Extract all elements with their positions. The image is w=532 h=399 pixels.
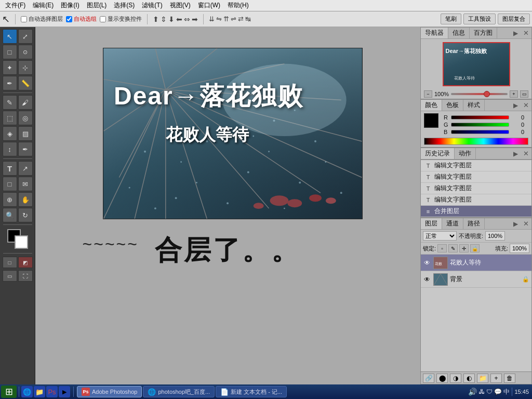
layer-item-2[interactable]: 👁 背景 🔒 [421,271,531,288]
dist4-icon[interactable]: ⇌ [231,15,236,23]
menu-help[interactable]: 帮助(H) [224,0,252,11]
menu-view[interactable]: 视图(V) [167,0,194,11]
quick-select-btn[interactable]: ✦ [3,60,17,75]
dist2-icon[interactable]: ⇋ [216,15,222,23]
layer-adj-btn[interactable]: ◐ [463,374,475,383]
message-icon[interactable]: 💬 [494,388,502,395]
layer-mask-btn[interactable]: ◑ [450,374,461,383]
color-panel-menu[interactable]: ▶ [511,102,521,109]
lasso-btn[interactable]: ⊙ [18,45,33,59]
dist5-icon[interactable]: ⇄ [238,15,244,23]
brush-btn[interactable]: 笔刷 [441,14,461,24]
start-button[interactable]: ⊞ [1,385,17,398]
standard-screen-btn[interactable]: ▭ [3,270,17,282]
history-panel-menu[interactable]: ▶ [511,150,521,157]
brush-tool-btn[interactable]: 🖌 [18,95,33,110]
navigator-tab[interactable]: 导航器 [421,28,448,38]
background-color[interactable] [15,235,28,249]
zoom-out-btn[interactable]: − [424,90,432,98]
hand-btn[interactable]: ✋ [18,192,33,207]
actions-tab[interactable]: 动作 [455,148,476,159]
color-gradient-bar[interactable] [424,138,528,145]
taskbar-ie[interactable]: 🌐 photoshop吧_百度... [143,386,215,397]
opacity-input[interactable] [485,231,505,241]
menu-select[interactable]: 选择(S) [111,0,138,11]
gradient-btn[interactable]: ▨ [18,126,33,141]
color-tab[interactable]: 颜色 [421,100,442,111]
menu-window[interactable]: 窗口(W) [195,0,223,11]
lock-move-btn[interactable]: ✛ [459,244,469,252]
layers-panel-close[interactable]: ✕ [521,220,531,228]
shape-btn[interactable]: □ [3,177,17,191]
auto-select-checkbox[interactable] [21,16,27,22]
move-tool-btn[interactable]: ↖ [3,29,17,44]
info-tab[interactable]: 信息 [448,28,470,38]
history-item-5[interactable]: ≡ 合并图层 [421,206,531,217]
menu-layer[interactable]: 图层(L) [84,0,110,11]
dodge-btn[interactable]: ↕ [3,142,17,156]
align-right-icon[interactable]: ➡ [192,15,198,23]
navigator-panel-menu[interactable]: ▶ [511,30,521,37]
move-tool-icon[interactable]: ↖ [2,14,10,25]
zoom-slider[interactable] [451,93,508,95]
dist3-icon[interactable]: ⇈ [223,15,229,23]
history-tab[interactable]: 历史记录 [421,148,455,159]
crop-btn[interactable]: ⊹ [18,60,33,75]
paths-tab[interactable]: 路径 [463,218,485,229]
navigator-panel-close[interactable]: ✕ [521,29,531,37]
history-panel-close[interactable]: ✕ [521,150,531,157]
red-slider[interactable] [451,115,509,119]
layers-tab[interactable]: 图层 [421,218,442,229]
layers-panel-menu[interactable]: ▶ [511,220,521,228]
show-transform-checkbox[interactable] [100,16,106,22]
folder-quicklaunch-icon[interactable]: 📁 [34,386,45,397]
ruler-btn[interactable]: 📏 [18,76,33,90]
layer-group-btn[interactable]: 📁 [477,374,488,383]
zoom-fit-btn[interactable]: ▭ [520,90,528,98]
rotate-view-btn[interactable]: ↻ [18,208,33,222]
auto-select-group[interactable]: 自动选组 [66,15,97,23]
network-icon[interactable]: 🖧 [478,388,485,395]
blend-mode-select[interactable]: 正常 [423,231,457,241]
lang-icon[interactable]: 中 [503,388,510,396]
quick-mask-btn[interactable]: ◩ [18,257,33,268]
ie-quicklaunch-icon[interactable]: 🌐 [21,386,33,397]
layer-comp-btn[interactable]: 图层复合 [498,14,530,24]
history-brush-btn[interactable]: ◎ [18,111,33,125]
layer-new-btn[interactable]: + [490,374,502,383]
align-left-icon[interactable]: ⬅ [176,15,182,23]
styles-tab[interactable]: 样式 [463,100,485,111]
layer-link-btn[interactable]: 🔗 [423,374,434,383]
taskbar-notepad[interactable]: 📄 新建 文本文档 - 记... [216,386,287,397]
notes-btn[interactable]: ✉ [18,177,33,191]
lock-transparent-btn[interactable]: ▫ [437,244,447,252]
rect-select-btn[interactable]: □ [3,45,17,59]
volume-icon[interactable]: 🔊 [468,388,477,396]
fill-input[interactable] [510,244,529,253]
pen-btn[interactable]: ✒ [18,142,33,156]
auto-select-layer[interactable]: 自动选择图层 [21,15,63,23]
blue-slider[interactable] [451,130,509,134]
color-panel-close[interactable]: ✕ [521,101,531,109]
menu-file[interactable]: 文件(F) [2,0,29,11]
zoom-thumb[interactable] [484,91,490,97]
align-bottom-icon[interactable]: ⬇ [168,15,175,23]
zoom-btn[interactable]: 🔍 [3,208,17,222]
spot-heal-btn[interactable]: ✎ [3,95,17,110]
type-btn[interactable]: T [3,161,17,176]
layer-item-1[interactable]: 👁 花败 花败人等待 [421,255,531,271]
layer-style-btn[interactable]: ⬤ [436,374,448,383]
ps-quicklaunch-icon[interactable]: Ps [46,386,58,397]
artboard-btn[interactable]: ⤢ [18,29,33,44]
swatches-tab[interactable]: 色板 [442,100,463,111]
arrow-quicklaunch[interactable]: ▶ [59,386,70,397]
align-top-icon[interactable]: ⬆ [153,15,159,23]
layer-eye-1[interactable]: 👁 [423,259,431,267]
clone-btn[interactable]: ⬚ [3,111,17,125]
auto-select-group-checkbox[interactable] [66,16,72,22]
eraser-btn[interactable]: ◈ [3,126,17,141]
tool-preset-btn[interactable]: 工具预设 [463,14,496,24]
security-icon[interactable]: 🛡 [486,388,493,395]
history-item-3[interactable]: T 编辑文字图层 [421,183,531,194]
dist6-icon[interactable]: ↹ [245,15,251,23]
